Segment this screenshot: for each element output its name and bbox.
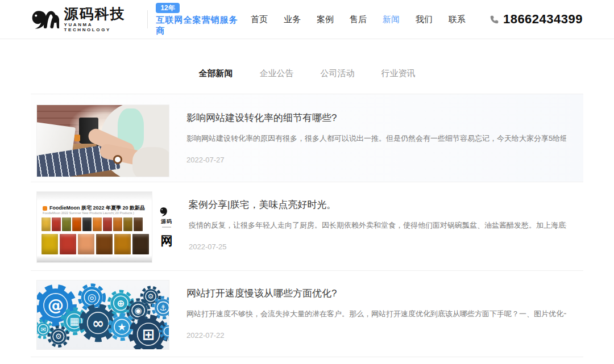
- svg-text:⚙: ⚙: [55, 332, 62, 341]
- watermark-char: 网: [161, 233, 173, 249]
- news-title[interactable]: 案例分享|朕宅，美味点亮好时光。: [189, 198, 566, 212]
- food-product-tile: [96, 234, 113, 254]
- food-product-tile: [103, 217, 112, 231]
- yuanma-logo-icon: [31, 8, 59, 31]
- nav-item-aftersales[interactable]: 售后: [350, 14, 367, 25]
- watermark-cn: 源码: [161, 218, 172, 225]
- svg-text:⊞: ⊞: [142, 325, 155, 343]
- food-product-tile: [62, 217, 71, 231]
- nav-item-cases[interactable]: 案例: [317, 14, 334, 25]
- foodiemoon-subtitle: FoodieMoon 2022 Summer New Products Laun…: [43, 211, 134, 215]
- watermark-rule: [162, 227, 171, 228]
- food-product-tile: [93, 217, 102, 231]
- nav-item-about[interactable]: 我们: [416, 14, 433, 25]
- news-item-1[interactable]: 影响网站建设转化率的细节有哪些? 影响网站建设转化率的原因有很多，很多人都可以说…: [31, 94, 583, 182]
- logo-en: YUANMA TECHNOLOGY: [64, 22, 138, 32]
- nav-item-business[interactable]: 业务: [284, 14, 301, 25]
- svg-text:★: ★: [117, 321, 126, 333]
- phone-icon: [489, 15, 499, 24]
- news-excerpt: 疫情的反复，让很多年轻人走向了厨房。因长期依赖外卖和堂食，使得他们面对锅碗瓢盆、…: [189, 220, 566, 231]
- news-excerpt: 网站打开速度不够快，会流失掉大量的潜在客户。那么，网站打开速度优化到底该从哪些方…: [186, 309, 566, 319]
- svg-text:◎: ◎: [88, 291, 97, 303]
- news-category-tabs: 全部新闻 企业公告 公司活动 行业资讯: [0, 68, 614, 79]
- food-product-tile: [114, 234, 131, 254]
- food-product-tile: [42, 234, 58, 254]
- yuanma-logo-icon: [160, 206, 173, 217]
- svg-text:◉: ◉: [135, 306, 142, 316]
- logo-link[interactable]: 源码科技 YUANMA TECHNOLOGY: [31, 6, 138, 32]
- svg-text:⊕: ⊕: [117, 298, 125, 309]
- food-product-row: [42, 217, 143, 231]
- nav-item-home[interactable]: 首页: [251, 14, 268, 25]
- tab-industry-info[interactable]: 行业资讯: [381, 68, 416, 79]
- tab-company-notice[interactable]: 企业公告: [260, 68, 294, 79]
- news-thumbnail-foodiemoon[interactable]: FoodieMoon 朕宅 2022 年夏季 20 款新品 FoodieMoon…: [36, 191, 152, 263]
- food-product-tile: [132, 234, 149, 254]
- food-product-tile: [60, 234, 76, 254]
- logo-text: 源码科技 YUANMA TECHNOLOGY: [64, 6, 138, 32]
- news-list: 影响网站建设转化率的细节有哪些? 影响网站建设转化率的原因有很多，很多人都可以说…: [31, 94, 583, 357]
- food-product-tile: [113, 217, 122, 231]
- tagline: 互联网全案营销服务商: [156, 15, 243, 36]
- site-header: 源码科技 YUANMA TECHNOLOGY 12年 互联网全案营销服务商 首页…: [0, 0, 614, 39]
- news-date: 2022-07-27: [186, 156, 566, 164]
- news-excerpt: 影响网站建设转化率的原因有很多，很多人都可以说出一推。但是仍然会有一些细节容易忘…: [186, 133, 566, 144]
- food-product-tile: [78, 234, 94, 254]
- news-thumbnail-laptop-photo[interactable]: [36, 104, 169, 177]
- news-title[interactable]: 网站打开速度慢该从哪些方面优化?: [186, 287, 566, 300]
- slogan-block: 12年 互联网全案营销服务商: [156, 3, 243, 36]
- food-product-tile: [52, 217, 61, 231]
- news-body: 案例分享|朕宅，美味点亮好时光。 疫情的反复，让很多年轻人走向了厨房。因长期依赖…: [189, 191, 583, 270]
- food-product-tile: [134, 217, 143, 231]
- food-product-tile: [123, 217, 132, 231]
- news-body: 影响网站建设转化率的细节有哪些? 影响网站建设转化率的原因有很多，很多人都可以说…: [186, 104, 583, 182]
- news-body: 网站打开速度慢该从哪些方面优化? 网站打开速度不够快，会流失掉大量的潜在客户。那…: [186, 280, 583, 357]
- news-date: 2022-07-25: [189, 242, 566, 251]
- yuanma-watermark: 源码 网: [157, 206, 176, 270]
- food-product-tile: [82, 217, 92, 231]
- svg-text:⚓: ⚓: [160, 303, 167, 312]
- main-nav: 首页 业务 案例 售后 新闻 我们 联系: [243, 14, 474, 25]
- news-item-3[interactable]: @◎▦∞⊕◉⚙⚓★⊞✉⚙ 网站打开速度慢该从哪些方面优化? 网站打开速度不够快，…: [31, 271, 583, 357]
- news-date: 2022-07-22: [186, 331, 566, 340]
- tab-company-activity[interactable]: 公司活动: [321, 68, 355, 79]
- phone-block[interactable]: 18662434399: [489, 12, 583, 27]
- food-product-tile: [42, 217, 51, 231]
- logo-divider: [147, 10, 148, 28]
- phone-number[interactable]: 18662434399: [503, 12, 583, 27]
- svg-text:⚙: ⚙: [148, 292, 154, 300]
- food-product-tile: [72, 217, 81, 231]
- svg-text:@: @: [48, 296, 64, 315]
- years-badge: 12年: [156, 3, 179, 13]
- gears-illustration: @◎▦∞⊕◉⚙⚓★⊞✉⚙: [37, 281, 169, 349]
- svg-text:✉: ✉: [40, 325, 46, 333]
- svg-text:∞: ∞: [92, 315, 104, 332]
- news-thumbnail-seo-gears[interactable]: @◎▦∞⊕◉⚙⚓★⊞✉⚙: [36, 280, 169, 350]
- tab-all-news[interactable]: 全部新闻: [199, 68, 233, 79]
- food-product-row: [42, 234, 149, 254]
- nav-item-contact[interactable]: 联系: [449, 14, 466, 25]
- news-title[interactable]: 影响网站建设转化率的细节有哪些?: [186, 111, 566, 125]
- news-item-2[interactable]: FoodieMoon 朕宅 2022 年夏季 20 款新品 FoodieMoon…: [31, 182, 583, 271]
- logo-cn: 源码科技: [64, 6, 138, 21]
- nav-item-news[interactable]: 新闻: [383, 14, 400, 25]
- foodiemoon-brand-icon: [43, 206, 47, 211]
- svg-text:▦: ▦: [69, 315, 79, 327]
